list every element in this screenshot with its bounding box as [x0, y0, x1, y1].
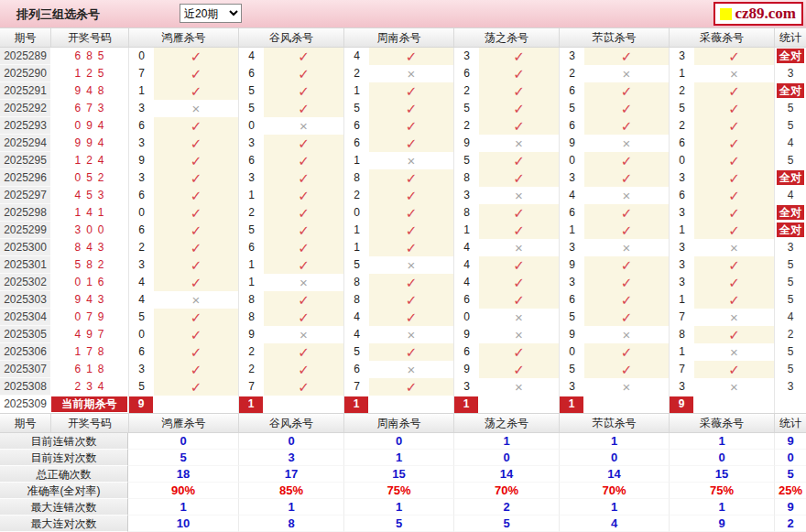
cross-icon: × [369, 65, 453, 82]
expert-kill-cell: 8✓ [669, 326, 774, 343]
stat-cell: 5 [774, 100, 806, 117]
expert-kill-cell: 3× [559, 239, 669, 256]
expert-kill-cell: 3✓ [453, 48, 559, 65]
kill-number: 5 [454, 100, 479, 117]
period-cell: 2025290 [0, 65, 50, 82]
expert-kill-cell: 3× [453, 378, 559, 396]
cross-icon: × [154, 291, 238, 309]
check-icon: ✓ [369, 82, 453, 100]
check-icon: ✓ [694, 361, 774, 378]
check-icon: ✓ [479, 256, 559, 274]
check-icon: ✓ [369, 274, 453, 291]
cross-icon: × [154, 100, 238, 117]
expert-kill-cell: 3✓ [238, 135, 343, 152]
expert-kill-cell: 6✓ [453, 343, 559, 361]
draw-number-cell: 843 [50, 239, 128, 256]
kill-number: 4 [344, 309, 369, 326]
period-cell: 2025304 [0, 309, 50, 326]
kill-number: 2 [344, 187, 369, 204]
full-correct-badge: 全对 [777, 223, 804, 237]
check-icon: ✓ [154, 256, 238, 274]
current-kill-badge: 1 [344, 396, 368, 413]
expert-kill-cell: 4✓ [453, 256, 559, 274]
column-header-3: 鸿雁杀号 [128, 414, 238, 432]
expert-kill-cell: 8✓ [238, 291, 343, 309]
expert-kill-cell: 3× [128, 100, 238, 117]
stat-value: 14 [453, 466, 559, 483]
expert-kill-cell: 0✓ [343, 204, 453, 222]
topbar: 排列三组选杀号 近20期 cz89.com [0, 0, 806, 27]
table-row: 20252919481✓5✓1✓2✓6✓2✓全对 [0, 82, 806, 100]
kill-number: 9 [560, 135, 584, 152]
check-icon: ✓ [479, 117, 559, 135]
expert-kill-cell: 2✓ [453, 82, 559, 100]
check-icon: ✓ [479, 274, 559, 291]
expert-kill-cell: 1× [669, 343, 774, 361]
expert-kill-cell: 7✓ [669, 361, 774, 378]
expert-kill-cell: 1✓ [559, 222, 669, 239]
check-icon: ✓ [584, 100, 669, 117]
kill-number: 7 [239, 378, 264, 396]
expert-kill-cell: 3✓ [128, 169, 238, 187]
kill-number: 8 [454, 204, 479, 222]
stat-value: 0 [453, 450, 559, 466]
expert-kill-cell: 1✓ [669, 222, 774, 239]
check-icon: ✓ [154, 65, 238, 82]
draw-number-cell: 994 [50, 135, 128, 152]
kill-number: 5 [344, 256, 369, 274]
stat-value: 1 [669, 433, 774, 450]
expert-kill-cell: 8✓ [453, 204, 559, 222]
expert-kill-cell: 3✓ [669, 256, 774, 274]
check-icon: ✓ [264, 152, 343, 169]
kill-number: 0 [560, 343, 584, 361]
stat-value: 1 [128, 499, 238, 516]
period-cell: 2025297 [0, 187, 50, 204]
expert-kill-cell: 6✓ [559, 204, 669, 222]
kill-number: 9 [560, 326, 584, 343]
table-row: 20252901257✓6✓2×6✓2×1×3 [0, 65, 806, 82]
period-range-select[interactable]: 近20期 [180, 4, 242, 23]
kill-number: 5 [239, 100, 264, 117]
cross-icon: × [694, 343, 774, 361]
expert-kill-cell: 6✓ [128, 343, 238, 361]
check-icon: ✓ [154, 239, 238, 256]
table-row: 20252974536✓1✓2✓3×4×6✓4 [0, 187, 806, 204]
period-cell: 2025303 [0, 291, 50, 309]
site-logo[interactable]: cz89.com [713, 2, 803, 26]
stat-value: 90% [128, 483, 238, 499]
expert-kill-cell: 6✓ [669, 135, 774, 152]
draw-number-cell: 234 [50, 378, 128, 396]
stat-cell: 全对 [774, 169, 806, 187]
check-icon: ✓ [154, 152, 238, 169]
check-icon: ✓ [584, 48, 669, 65]
stat-value: 9 [774, 499, 806, 516]
draw-number-cell: 124 [50, 152, 128, 169]
kill-number: 1 [454, 222, 479, 239]
kill-number: 2 [560, 65, 584, 82]
stat-cell: 5 [774, 274, 806, 291]
cross-icon: × [479, 135, 559, 152]
check-icon: ✓ [479, 169, 559, 187]
expert-kill-cell: 8✓ [453, 169, 559, 187]
check-icon: ✓ [264, 135, 343, 152]
period-cell: 2025295 [0, 152, 50, 169]
period-cell: 2025291 [0, 82, 50, 100]
expert-kill-cell: 5✓ [128, 378, 238, 396]
kill-number: 6 [239, 65, 264, 82]
kill-number: 6 [344, 361, 369, 378]
expert-kill-cell: 2× [343, 65, 453, 82]
expert-kill-cell: 3✓ [238, 169, 343, 187]
cross-icon: × [479, 378, 559, 396]
kill-number: 8 [454, 169, 479, 187]
kill-number: 2 [454, 117, 479, 135]
kill-number: 1 [129, 82, 154, 100]
expert-kill-cell: 6✓ [238, 152, 343, 169]
kill-number: 3 [454, 378, 479, 396]
expert-kill-cell: 1× [343, 152, 453, 169]
check-icon: ✓ [154, 274, 238, 291]
draw-number-cell: 453 [50, 187, 128, 204]
period-cell: 2025300 [0, 239, 50, 256]
cross-icon: × [264, 117, 343, 135]
period-cell: 2025293 [0, 117, 50, 135]
check-icon: ✓ [694, 117, 774, 135]
